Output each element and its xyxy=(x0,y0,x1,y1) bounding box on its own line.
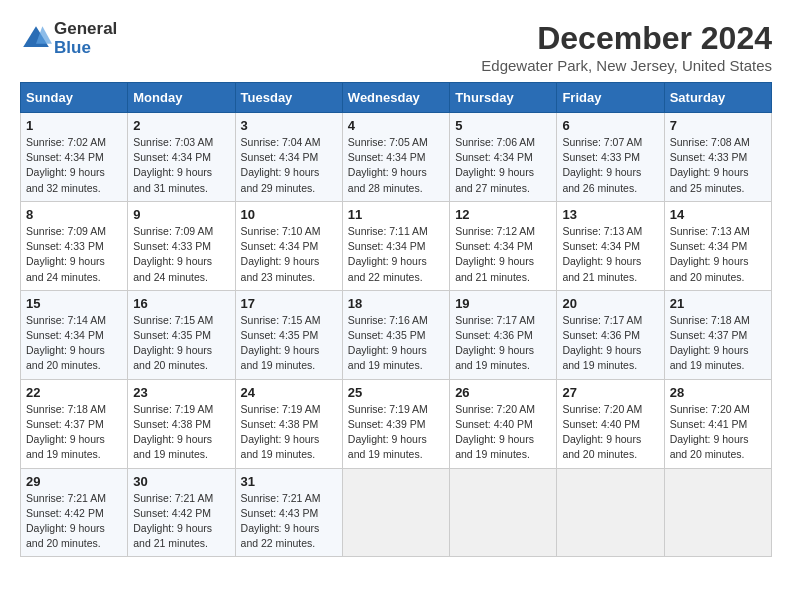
day-info: Sunrise: 7:09 AMSunset: 4:33 PMDaylight:… xyxy=(133,224,229,285)
day-number: 9 xyxy=(133,207,229,222)
calendar-cell: 8Sunrise: 7:09 AMSunset: 4:33 PMDaylight… xyxy=(21,201,128,290)
day-info: Sunrise: 7:10 AMSunset: 4:34 PMDaylight:… xyxy=(241,224,337,285)
day-number: 24 xyxy=(241,385,337,400)
day-info: Sunrise: 7:06 AMSunset: 4:34 PMDaylight:… xyxy=(455,135,551,196)
calendar-cell: 26Sunrise: 7:20 AMSunset: 4:40 PMDayligh… xyxy=(450,379,557,468)
day-number: 17 xyxy=(241,296,337,311)
calendar-week-row: 22Sunrise: 7:18 AMSunset: 4:37 PMDayligh… xyxy=(21,379,772,468)
day-number: 10 xyxy=(241,207,337,222)
calendar-week-row: 29Sunrise: 7:21 AMSunset: 4:42 PMDayligh… xyxy=(21,468,772,557)
calendar-cell: 13Sunrise: 7:13 AMSunset: 4:34 PMDayligh… xyxy=(557,201,664,290)
calendar-cell: 16Sunrise: 7:15 AMSunset: 4:35 PMDayligh… xyxy=(128,290,235,379)
day-info: Sunrise: 7:11 AMSunset: 4:34 PMDaylight:… xyxy=(348,224,444,285)
calendar-cell: 22Sunrise: 7:18 AMSunset: 4:37 PMDayligh… xyxy=(21,379,128,468)
page-subtitle: Edgewater Park, New Jersey, United State… xyxy=(481,57,772,74)
day-info: Sunrise: 7:14 AMSunset: 4:34 PMDaylight:… xyxy=(26,313,122,374)
logo-general: General xyxy=(54,20,117,39)
calendar-cell: 5Sunrise: 7:06 AMSunset: 4:34 PMDaylight… xyxy=(450,113,557,202)
calendar-cell: 19Sunrise: 7:17 AMSunset: 4:36 PMDayligh… xyxy=(450,290,557,379)
calendar-cell: 23Sunrise: 7:19 AMSunset: 4:38 PMDayligh… xyxy=(128,379,235,468)
calendar-cell: 27Sunrise: 7:20 AMSunset: 4:40 PMDayligh… xyxy=(557,379,664,468)
calendar-cell: 21Sunrise: 7:18 AMSunset: 4:37 PMDayligh… xyxy=(664,290,771,379)
calendar-cell: 31Sunrise: 7:21 AMSunset: 4:43 PMDayligh… xyxy=(235,468,342,557)
day-number: 18 xyxy=(348,296,444,311)
day-number: 21 xyxy=(670,296,766,311)
day-number: 5 xyxy=(455,118,551,133)
calendar-week-row: 15Sunrise: 7:14 AMSunset: 4:34 PMDayligh… xyxy=(21,290,772,379)
day-info: Sunrise: 7:15 AMSunset: 4:35 PMDaylight:… xyxy=(133,313,229,374)
day-number: 8 xyxy=(26,207,122,222)
calendar-cell: 7Sunrise: 7:08 AMSunset: 4:33 PMDaylight… xyxy=(664,113,771,202)
day-number: 23 xyxy=(133,385,229,400)
day-number: 3 xyxy=(241,118,337,133)
day-number: 16 xyxy=(133,296,229,311)
day-info: Sunrise: 7:13 AMSunset: 4:34 PMDaylight:… xyxy=(562,224,658,285)
day-info: Sunrise: 7:18 AMSunset: 4:37 PMDaylight:… xyxy=(670,313,766,374)
day-number: 4 xyxy=(348,118,444,133)
day-number: 1 xyxy=(26,118,122,133)
day-number: 2 xyxy=(133,118,229,133)
title-block: December 2024 Edgewater Park, New Jersey… xyxy=(481,20,772,74)
calendar-cell: 2Sunrise: 7:03 AMSunset: 4:34 PMDaylight… xyxy=(128,113,235,202)
day-info: Sunrise: 7:08 AMSunset: 4:33 PMDaylight:… xyxy=(670,135,766,196)
day-info: Sunrise: 7:03 AMSunset: 4:34 PMDaylight:… xyxy=(133,135,229,196)
calendar-cell: 3Sunrise: 7:04 AMSunset: 4:34 PMDaylight… xyxy=(235,113,342,202)
calendar-week-row: 1Sunrise: 7:02 AMSunset: 4:34 PMDaylight… xyxy=(21,113,772,202)
calendar-cell: 28Sunrise: 7:20 AMSunset: 4:41 PMDayligh… xyxy=(664,379,771,468)
day-info: Sunrise: 7:21 AMSunset: 4:42 PMDaylight:… xyxy=(26,491,122,552)
day-number: 7 xyxy=(670,118,766,133)
day-info: Sunrise: 7:13 AMSunset: 4:34 PMDaylight:… xyxy=(670,224,766,285)
day-info: Sunrise: 7:15 AMSunset: 4:35 PMDaylight:… xyxy=(241,313,337,374)
day-info: Sunrise: 7:04 AMSunset: 4:34 PMDaylight:… xyxy=(241,135,337,196)
day-number: 12 xyxy=(455,207,551,222)
day-number: 28 xyxy=(670,385,766,400)
calendar-cell: 11Sunrise: 7:11 AMSunset: 4:34 PMDayligh… xyxy=(342,201,449,290)
logo-icon xyxy=(20,23,52,55)
day-number: 27 xyxy=(562,385,658,400)
page-header: General Blue December 2024 Edgewater Par… xyxy=(20,20,772,74)
calendar-cell: 29Sunrise: 7:21 AMSunset: 4:42 PMDayligh… xyxy=(21,468,128,557)
calendar-cell: 15Sunrise: 7:14 AMSunset: 4:34 PMDayligh… xyxy=(21,290,128,379)
day-number: 25 xyxy=(348,385,444,400)
day-info: Sunrise: 7:21 AMSunset: 4:42 PMDaylight:… xyxy=(133,491,229,552)
day-number: 13 xyxy=(562,207,658,222)
calendar-cell: 18Sunrise: 7:16 AMSunset: 4:35 PMDayligh… xyxy=(342,290,449,379)
logo: General Blue xyxy=(20,20,117,57)
calendar-cell xyxy=(557,468,664,557)
calendar-body: 1Sunrise: 7:02 AMSunset: 4:34 PMDaylight… xyxy=(21,113,772,557)
calendar-cell: 12Sunrise: 7:12 AMSunset: 4:34 PMDayligh… xyxy=(450,201,557,290)
day-info: Sunrise: 7:19 AMSunset: 4:38 PMDaylight:… xyxy=(241,402,337,463)
day-number: 11 xyxy=(348,207,444,222)
calendar-cell: 9Sunrise: 7:09 AMSunset: 4:33 PMDaylight… xyxy=(128,201,235,290)
day-info: Sunrise: 7:02 AMSunset: 4:34 PMDaylight:… xyxy=(26,135,122,196)
calendar-cell: 6Sunrise: 7:07 AMSunset: 4:33 PMDaylight… xyxy=(557,113,664,202)
day-info: Sunrise: 7:17 AMSunset: 4:36 PMDaylight:… xyxy=(562,313,658,374)
calendar-cell: 10Sunrise: 7:10 AMSunset: 4:34 PMDayligh… xyxy=(235,201,342,290)
day-info: Sunrise: 7:16 AMSunset: 4:35 PMDaylight:… xyxy=(348,313,444,374)
day-info: Sunrise: 7:20 AMSunset: 4:40 PMDaylight:… xyxy=(562,402,658,463)
calendar-cell: 4Sunrise: 7:05 AMSunset: 4:34 PMDaylight… xyxy=(342,113,449,202)
calendar-table: SundayMondayTuesdayWednesdayThursdayFrid… xyxy=(20,82,772,557)
calendar-day-header: Wednesday xyxy=(342,83,449,113)
day-info: Sunrise: 7:12 AMSunset: 4:34 PMDaylight:… xyxy=(455,224,551,285)
day-info: Sunrise: 7:09 AMSunset: 4:33 PMDaylight:… xyxy=(26,224,122,285)
calendar-cell xyxy=(450,468,557,557)
calendar-cell: 1Sunrise: 7:02 AMSunset: 4:34 PMDaylight… xyxy=(21,113,128,202)
calendar-cell xyxy=(342,468,449,557)
calendar-cell: 30Sunrise: 7:21 AMSunset: 4:42 PMDayligh… xyxy=(128,468,235,557)
day-info: Sunrise: 7:19 AMSunset: 4:39 PMDaylight:… xyxy=(348,402,444,463)
day-number: 29 xyxy=(26,474,122,489)
day-info: Sunrise: 7:19 AMSunset: 4:38 PMDaylight:… xyxy=(133,402,229,463)
calendar-day-header: Friday xyxy=(557,83,664,113)
day-number: 30 xyxy=(133,474,229,489)
calendar-cell: 14Sunrise: 7:13 AMSunset: 4:34 PMDayligh… xyxy=(664,201,771,290)
day-number: 20 xyxy=(562,296,658,311)
calendar-day-header: Sunday xyxy=(21,83,128,113)
calendar-header-row: SundayMondayTuesdayWednesdayThursdayFrid… xyxy=(21,83,772,113)
calendar-cell xyxy=(664,468,771,557)
calendar-week-row: 8Sunrise: 7:09 AMSunset: 4:33 PMDaylight… xyxy=(21,201,772,290)
calendar-cell: 25Sunrise: 7:19 AMSunset: 4:39 PMDayligh… xyxy=(342,379,449,468)
calendar-cell: 20Sunrise: 7:17 AMSunset: 4:36 PMDayligh… xyxy=(557,290,664,379)
calendar-day-header: Monday xyxy=(128,83,235,113)
calendar-cell: 17Sunrise: 7:15 AMSunset: 4:35 PMDayligh… xyxy=(235,290,342,379)
